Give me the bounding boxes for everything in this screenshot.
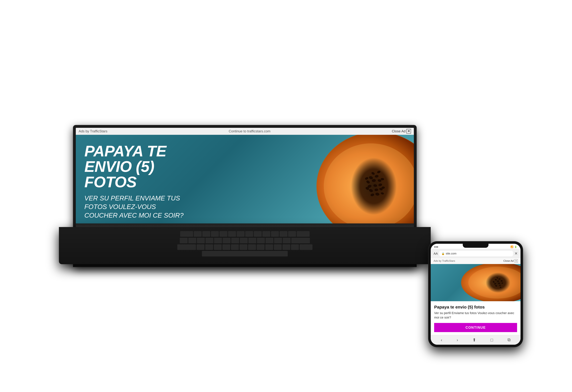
key-t[interactable] <box>231 244 239 250</box>
key-w[interactable] <box>205 244 213 250</box>
keyboard-rows <box>67 231 422 256</box>
key-i[interactable] <box>257 244 265 250</box>
laptop-ads-by-label: Ads by TrafficStars <box>79 129 107 133</box>
phone-ad-image <box>431 264 521 301</box>
key-0[interactable] <box>266 238 273 243</box>
key-1[interactable] <box>188 238 196 243</box>
key-f7[interactable] <box>245 231 253 237</box>
key-y[interactable] <box>239 244 247 250</box>
key-bracket-l[interactable] <box>282 244 290 250</box>
phone-close-ad-label: Close Ad <box>503 259 514 263</box>
keyboard-row-2 <box>67 238 422 243</box>
phone-url-text: site.com <box>446 252 456 255</box>
phone-frame: ●●● 📶 🔋 AA 🔒 site.com ✕ <box>429 241 523 347</box>
key-6[interactable] <box>231 238 239 243</box>
laptop-screen-wrapper: Ads by TrafficStars Continue to traffics… <box>73 125 416 267</box>
key-f12[interactable] <box>288 231 296 237</box>
phone-status-icons: 📶 🔋 <box>510 246 517 248</box>
phone: ●●● 📶 🔋 AA 🔒 site.com ✕ <box>429 241 523 347</box>
scene: Ads by TrafficStars Continue to traffics… <box>29 24 543 368</box>
key-delete[interactable] <box>291 238 310 243</box>
phone-ad-body: Papaya te envio (5) fotos Ver su perfil … <box>431 301 521 335</box>
phone-ad-subtitle: Ver su perfil Enviame tus fotos Voulez-v… <box>434 311 517 320</box>
key-o[interactable] <box>265 244 273 250</box>
key-8[interactable] <box>248 238 256 243</box>
wifi-icon: 📶 <box>510 246 513 248</box>
key-backslash[interactable] <box>300 244 312 250</box>
laptop-ad-content: PAPAYA TE ENVIO (5) FOTOS VER SU PERFIL … <box>76 135 414 223</box>
key-f2[interactable] <box>202 231 210 237</box>
key-f4[interactable] <box>220 231 227 237</box>
key-7[interactable] <box>240 238 248 243</box>
key-u[interactable] <box>248 244 256 250</box>
phone-screen: ●●● 📶 🔋 AA 🔒 site.com ✕ <box>431 244 521 345</box>
key-escape[interactable] <box>180 231 193 237</box>
key-minus[interactable] <box>274 238 282 243</box>
key-power[interactable] <box>297 231 310 237</box>
key-f9[interactable] <box>262 231 270 237</box>
laptop-ad-subtitle: VER SU PERFIL ENVIAME TUS FOTOS VOULEZ-V… <box>84 194 184 220</box>
key-5[interactable] <box>223 238 231 243</box>
phone-ad-bar: Ads by TrafficStars Close Ad ✕ <box>431 258 521 264</box>
laptop-ad-title: PAPAYA TE ENVIO (5) FOTOS <box>84 143 184 190</box>
laptop-close-ad-button[interactable]: Close Ad ✕ <box>392 129 411 134</box>
key-equals[interactable] <box>283 238 291 243</box>
laptop-ad-bar: Ads by TrafficStars Continue to traffics… <box>76 128 414 135</box>
key-f5[interactable] <box>228 231 236 237</box>
keyboard-row-4 <box>67 251 422 256</box>
key-bracket-r[interactable] <box>291 244 299 250</box>
svg-point-2 <box>351 158 397 215</box>
battery-icon: 🔋 <box>514 246 517 248</box>
lock-icon: 🔒 <box>442 252 445 255</box>
phone-url-bar[interactable]: 🔒 site.com <box>439 251 513 256</box>
key-e[interactable] <box>214 244 222 250</box>
laptop-papaya-image <box>305 135 414 223</box>
phone-close-box-icon[interactable]: ✕ <box>514 259 518 263</box>
phone-close-ad-button[interactable]: Close Ad ✕ <box>503 259 518 263</box>
browser-tabs-button[interactable]: ⧉ <box>508 337 510 342</box>
laptop-close-ad-label: Close Ad <box>392 129 406 133</box>
key-f6[interactable] <box>237 231 245 237</box>
key-r[interactable] <box>222 244 230 250</box>
browser-forward-button[interactable]: › <box>457 338 458 342</box>
phone-browser-close-button[interactable]: ✕ <box>514 251 518 256</box>
phone-continue-button[interactable]: CONTINUE <box>434 323 517 332</box>
key-backtick[interactable] <box>180 238 188 243</box>
key-f8[interactable] <box>254 231 262 237</box>
laptop-ad-text-overlay: PAPAYA TE ENVIO (5) FOTOS VER SU PERFIL … <box>84 143 184 223</box>
laptop-keyboard <box>59 227 431 264</box>
key-f10[interactable] <box>271 231 279 237</box>
phone-status-time: ●●● <box>434 246 438 248</box>
key-f1[interactable] <box>194 231 202 237</box>
key-tab[interactable] <box>177 244 196 250</box>
phone-ads-by-label: Ads by TrafficStars <box>434 259 455 263</box>
key-f11[interactable] <box>280 231 287 237</box>
browser-back-button[interactable]: ‹ <box>441 338 442 342</box>
key-p[interactable] <box>274 244 282 250</box>
laptop-close-box-icon[interactable]: ✕ <box>406 129 411 134</box>
phone-papaya-image <box>434 264 521 301</box>
laptop: Ads by TrafficStars Continue to traffics… <box>73 125 416 267</box>
key-spacebar[interactable] <box>202 251 288 256</box>
key-2[interactable] <box>197 238 205 243</box>
browser-bookmark-button[interactable]: □ <box>491 338 493 342</box>
browser-share-button[interactable]: ⬆ <box>473 337 476 342</box>
phone-browser-bar: AA 🔒 site.com ✕ <box>431 249 521 258</box>
laptop-screen: Ads by TrafficStars Continue to traffics… <box>76 128 414 223</box>
keyboard-row-3 <box>67 244 422 250</box>
laptop-hinge <box>76 223 414 227</box>
key-9[interactable] <box>257 238 265 243</box>
laptop-continue-to-label: Continue to trafficstars.com <box>229 129 270 133</box>
phone-browser-bottom-nav: ‹ › ⬆ □ ⧉ <box>431 335 521 345</box>
key-4[interactable] <box>214 238 222 243</box>
phone-ad-title: Papaya te envio (5) fotos <box>434 305 517 310</box>
keyboard-row-1 <box>67 231 422 237</box>
phone-aa-label[interactable]: AA <box>434 252 438 255</box>
svg-point-26 <box>486 273 510 293</box>
key-q[interactable] <box>197 244 205 250</box>
phone-notch <box>463 244 489 248</box>
key-f3[interactable] <box>211 231 219 237</box>
key-3[interactable] <box>206 238 213 243</box>
